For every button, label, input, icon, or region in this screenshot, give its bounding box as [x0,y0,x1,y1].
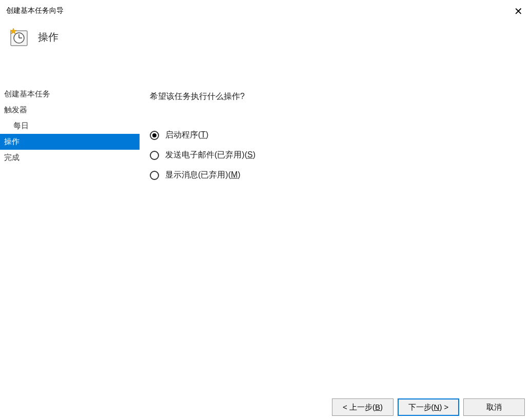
next-button[interactable]: 下一步(N) > [398,398,459,416]
wizard-clock-icon [8,27,29,47]
cancel-button[interactable]: 取消 [463,398,525,416]
titlebar: 创建基本任务向导 ✕ [0,0,531,16]
sidebar-item-daily[interactable]: 每日 [0,118,140,134]
wizard-sidebar: 创建基本任务 触发器 每日 操作 完成 [0,86,140,391]
page-title: 操作 [38,30,58,44]
content-area: 创建基本任务 触发器 每日 操作 完成 希望该任务执行什么操作? 启动程序(T)… [0,86,531,391]
back-button[interactable]: < 上一步(B) [332,398,394,416]
window-title: 创建基本任务向导 [6,6,64,15]
main-panel: 希望该任务执行什么操作? 启动程序(T) 发送电子邮件(已弃用)(S) 显示消息… [140,86,531,391]
radio-label-display-message: 显示消息(已弃用)(M) [165,170,241,181]
radio-label-start-program: 启动程序(T) [165,130,208,141]
radio-label-send-email: 发送电子邮件(已弃用)(S) [165,150,255,161]
sidebar-item-finish[interactable]: 完成 [0,150,140,166]
radio-start-program[interactable]: 启动程序(T) [150,130,521,141]
radio-send-email[interactable]: 发送电子邮件(已弃用)(S) [150,150,521,161]
radio-icon [150,151,159,160]
sidebar-item-trigger[interactable]: 触发器 [0,102,140,118]
close-icon[interactable]: ✕ [512,6,525,16]
radio-icon [150,131,159,140]
radio-display-message[interactable]: 显示消息(已弃用)(M) [150,170,521,181]
action-prompt: 希望该任务执行什么操作? [150,91,521,102]
wizard-header: 操作 [0,16,531,54]
wizard-footer: < 上一步(B) 下一步(N) > 取消 [332,398,525,416]
radio-icon [150,171,159,180]
sidebar-item-action[interactable]: 操作 [0,134,140,150]
sidebar-item-create-basic-task[interactable]: 创建基本任务 [0,86,140,102]
